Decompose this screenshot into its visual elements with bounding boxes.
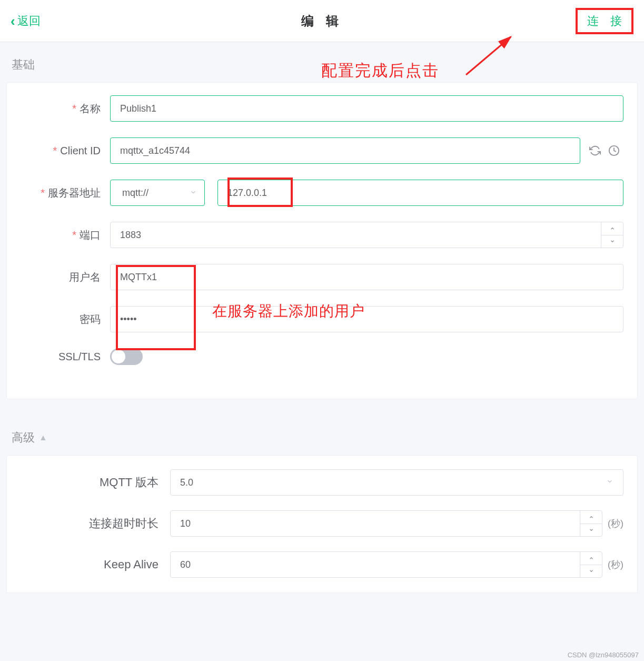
- row-mqtt-version: MQTT 版本 5.0: [7, 469, 623, 496]
- collapse-up-icon: ▲: [39, 433, 47, 442]
- client-id-input[interactable]: [110, 137, 580, 164]
- timeout-unit: (秒): [608, 517, 623, 530]
- row-server: 服务器地址 mqtt:// 127.0.0.1: [7, 180, 623, 206]
- stepper-down-icon[interactable]: [580, 524, 602, 537]
- stepper-down-icon[interactable]: [580, 565, 602, 578]
- section-advanced-text: 高级: [12, 430, 35, 446]
- advanced-card: MQTT 版本 5.0 连接超时时长 (秒): [6, 455, 638, 593]
- label-keep-alive: Keep Alive: [7, 558, 170, 571]
- annotation-connect-hint: 配置完成后点击: [321, 60, 439, 82]
- stepper-up-icon[interactable]: [580, 511, 602, 524]
- password-input[interactable]: [110, 306, 623, 332]
- annotation-user-text: 在服务器上添加的用户: [212, 301, 365, 321]
- row-connect-timeout: 连接超时时长 (秒): [7, 510, 623, 537]
- mqtt-version-select[interactable]: 5.0: [170, 469, 623, 496]
- section-advanced-label[interactable]: 高级 ▲: [0, 415, 644, 455]
- port-input[interactable]: [110, 222, 623, 248]
- chevron-down-icon: [606, 478, 613, 487]
- row-name: 名称: [7, 95, 623, 122]
- basic-card: 名称 Client ID 服务器地址 mqtt://: [6, 82, 638, 399]
- chevron-down-icon: [190, 188, 197, 199]
- stepper-down-icon[interactable]: [601, 235, 623, 248]
- connect-timeout-input[interactable]: [170, 510, 602, 537]
- label-password: 密码: [7, 312, 110, 327]
- port-stepper: [601, 222, 623, 248]
- clock-icon[interactable]: [605, 141, 623, 160]
- label-client-id: Client ID: [7, 145, 110, 157]
- connect-label: 连 接: [587, 14, 626, 27]
- host-input[interactable]: 127.0.0.1: [217, 180, 623, 206]
- label-name: 名称: [7, 102, 110, 116]
- chevron-left-icon: ‹: [11, 14, 15, 28]
- label-port: 端口: [7, 228, 110, 242]
- protocol-value: mqtt://: [122, 188, 148, 199]
- row-username: 用户名: [7, 264, 623, 290]
- protocol-select[interactable]: mqtt://: [110, 180, 205, 206]
- name-input[interactable]: [110, 95, 623, 122]
- mqtt-version-value: 5.0: [180, 477, 193, 488]
- row-client-id: Client ID: [7, 137, 623, 164]
- connect-button[interactable]: 连 接: [576, 8, 633, 34]
- stepper-up-icon[interactable]: [580, 552, 602, 565]
- label-connect-timeout: 连接超时时长: [7, 516, 170, 531]
- page-title: 编 辑: [301, 13, 343, 29]
- stepper-up-icon[interactable]: [601, 222, 623, 235]
- row-ssl: SSL/TLS: [7, 348, 623, 365]
- header-bar: ‹ 返回 编 辑 连 接: [0, 0, 644, 42]
- refresh-icon[interactable]: [586, 141, 605, 160]
- ssl-toggle[interactable]: [110, 348, 143, 365]
- label-username: 用户名: [7, 270, 110, 284]
- back-label: 返回: [17, 13, 41, 29]
- keepalive-unit: (秒): [608, 558, 623, 571]
- svg-line-0: [466, 37, 511, 75]
- username-input[interactable]: [110, 264, 623, 290]
- label-mqtt-version: MQTT 版本: [7, 475, 170, 490]
- watermark: CSDN @lzn948055097: [568, 651, 639, 659]
- keepalive-stepper: [580, 552, 602, 577]
- row-keep-alive: Keep Alive (秒): [7, 551, 623, 578]
- label-server: 服务器地址: [7, 186, 110, 200]
- timeout-stepper: [580, 511, 602, 536]
- label-ssl: SSL/TLS: [7, 351, 110, 363]
- keep-alive-input[interactable]: [170, 551, 602, 578]
- row-port: 端口: [7, 222, 623, 248]
- back-button[interactable]: ‹ 返回: [11, 13, 41, 29]
- host-value: 127.0.0.1: [227, 188, 267, 199]
- annotation-arrow-icon: [458, 27, 527, 80]
